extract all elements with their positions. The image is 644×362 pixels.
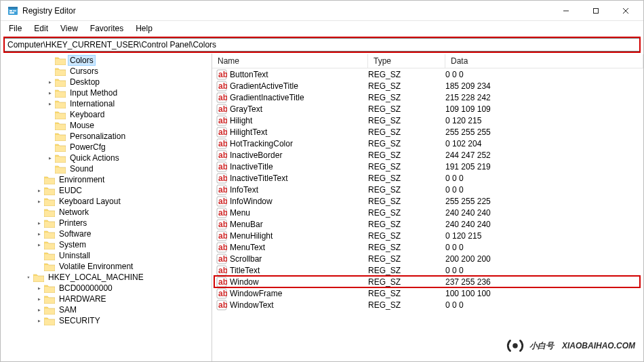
list-row[interactable]: abWindowREG_SZ237 255 236 xyxy=(212,276,643,287)
expand-icon[interactable]: ▶ xyxy=(37,308,42,312)
list-row[interactable]: abMenuTextREG_SZ0 0 0 xyxy=(212,241,643,253)
tree-item[interactable]: ▼HKEY_LOCAL_MACHINE xyxy=(2,272,210,283)
expand-icon[interactable]: ▶ xyxy=(37,199,42,203)
expand-icon[interactable]: ▶ xyxy=(47,80,53,84)
maximize-button[interactable] xyxy=(581,1,611,20)
list-row[interactable]: abHotTrackingColorREG_SZ0 102 204 xyxy=(212,138,643,149)
expand-icon[interactable]: ▼ xyxy=(26,275,31,279)
value-data: 100 100 100 xyxy=(445,289,643,298)
list-row[interactable]: abInactiveBorderREG_SZ244 247 252 xyxy=(212,149,643,161)
value-data: 244 247 252 xyxy=(445,150,643,160)
tree-item[interactable]: Cursors xyxy=(2,66,210,77)
tree-item[interactable]: Volatile Environment xyxy=(2,261,210,272)
value-name: GrayText xyxy=(230,104,368,114)
svg-text:ab: ab xyxy=(218,116,227,125)
value-name: MenuText xyxy=(230,243,368,252)
list-row[interactable]: abGrayTextREG_SZ109 109 109 xyxy=(212,103,643,115)
expand-icon[interactable]: ▶ xyxy=(37,221,42,225)
titlebar[interactable]: Registry Editor xyxy=(1,1,643,21)
list-row[interactable]: abGradientActiveTitleREG_SZ185 209 234 xyxy=(212,80,643,92)
tree-item[interactable]: Environment xyxy=(2,174,210,185)
value-data: 109 109 109 xyxy=(445,104,643,114)
svg-text:ab: ab xyxy=(218,289,227,298)
list-row[interactable]: abButtonTextREG_SZ0 0 0 xyxy=(212,68,643,80)
expand-icon[interactable]: ▶ xyxy=(37,286,42,290)
svg-text:ab: ab xyxy=(218,277,227,287)
column-type[interactable]: Type xyxy=(368,54,445,68)
expand-icon[interactable]: ▶ xyxy=(37,297,42,301)
menu-favorites[interactable]: Favorites xyxy=(85,22,129,35)
expand-icon[interactable]: ▶ xyxy=(37,232,42,236)
list-row[interactable]: abInactiveTitleREG_SZ191 205 219 xyxy=(212,161,643,172)
list-pane[interactable]: Name Type Data abButtonTextREG_SZ0 0 0ab… xyxy=(212,54,643,361)
value-name: Hilight xyxy=(230,116,368,125)
tree-item[interactable]: Network xyxy=(2,207,210,218)
value-data: 215 228 242 xyxy=(445,93,643,102)
registry-editor-window: Registry Editor File Edit View Favorites… xyxy=(0,0,644,362)
menu-view[interactable]: View xyxy=(55,22,83,35)
column-data[interactable]: Data xyxy=(445,54,643,68)
tree-pane[interactable]: ColorsCursors▶Desktop▶Input Method▶Inter… xyxy=(1,54,212,361)
tree-item[interactable]: Colors xyxy=(2,55,210,66)
tree-item[interactable]: ▶BCD00000000 xyxy=(2,283,210,294)
tree-item[interactable]: ▶HARDWARE xyxy=(2,294,210,304)
expand-icon[interactable]: ▶ xyxy=(47,91,53,95)
tree-item[interactable]: ▶System xyxy=(2,239,210,250)
tree-item[interactable]: Sound xyxy=(2,163,210,174)
tree-item[interactable]: Uninstall xyxy=(2,250,210,261)
tree-item[interactable]: PowerCfg xyxy=(2,142,210,153)
tree-item[interactable]: Personalization xyxy=(2,131,210,142)
reg-sz-icon: ab xyxy=(216,92,227,103)
expand-icon[interactable]: ▶ xyxy=(37,188,42,193)
list-row[interactable]: abTitleTextREG_SZ0 0 0 xyxy=(212,264,643,276)
tree-item[interactable]: ▶Quick Actions xyxy=(2,153,210,163)
list-row[interactable]: abMenuBarREG_SZ240 240 240 xyxy=(212,218,643,230)
folder-icon xyxy=(55,56,66,65)
expand-icon[interactable]: ▶ xyxy=(37,243,42,247)
list-row[interactable]: abInfoWindowREG_SZ255 255 225 xyxy=(212,195,643,207)
value-name: InactiveTitle xyxy=(230,162,368,172)
list-row[interactable]: abHilightTextREG_SZ255 255 255 xyxy=(212,126,643,138)
folder-icon xyxy=(44,284,55,293)
value-name: HilightText xyxy=(230,127,368,137)
list-row[interactable]: abGradientInactiveTitleREG_SZ215 228 242 xyxy=(212,92,643,103)
list-row[interactable]: abMenuREG_SZ240 240 240 xyxy=(212,207,643,218)
minimize-button[interactable] xyxy=(551,1,581,20)
folder-icon xyxy=(55,132,66,141)
tree-item[interactable]: ▶Keyboard Layout xyxy=(2,196,210,207)
list-row[interactable]: abHilightREG_SZ0 120 215 xyxy=(212,115,643,126)
list-row[interactable]: abScrollbarREG_SZ200 200 200 xyxy=(212,253,643,264)
tree-item[interactable]: ▶Software xyxy=(2,228,210,239)
menu-edit[interactable]: Edit xyxy=(28,22,54,35)
list-row[interactable]: abWindowTextREG_SZ0 0 0 xyxy=(212,299,643,310)
list-row[interactable]: abMenuHilightREG_SZ0 120 215 xyxy=(212,230,643,241)
tree-item[interactable]: Mouse xyxy=(2,120,210,131)
list-row[interactable]: abInfoTextREG_SZ0 0 0 xyxy=(212,184,643,195)
list-row[interactable]: abInactiveTitleTextREG_SZ0 0 0 xyxy=(212,172,643,184)
tree-item[interactable]: ▶SAM xyxy=(2,304,210,315)
close-button[interactable] xyxy=(611,1,641,20)
tree-item[interactable]: Keyboard xyxy=(2,109,210,120)
value-name: Menu xyxy=(230,208,368,218)
tree-item[interactable]: ▶SECURITY xyxy=(2,315,210,326)
value-type: REG_SZ xyxy=(368,266,445,275)
tree-item[interactable]: ▶Input Method xyxy=(2,87,210,98)
expand-icon[interactable]: ▶ xyxy=(37,319,42,323)
tree-item[interactable]: ▶Desktop xyxy=(2,77,210,87)
tree-item-label: HKEY_LOCAL_MACHINE xyxy=(47,273,145,282)
expand-icon[interactable]: ▶ xyxy=(47,102,53,106)
menu-help[interactable]: Help xyxy=(130,22,158,35)
reg-sz-icon: ab xyxy=(216,161,227,172)
tree-item[interactable]: ▶EUDC xyxy=(2,185,210,196)
reg-sz-icon: ab xyxy=(216,173,227,184)
column-name[interactable]: Name xyxy=(212,54,368,68)
tree-item[interactable]: ▶Printers xyxy=(2,218,210,228)
folder-icon xyxy=(44,176,55,184)
list-row[interactable]: abWindowFrameREG_SZ100 100 100 xyxy=(212,287,643,299)
address-bar[interactable] xyxy=(4,38,640,52)
expand-icon[interactable]: ▶ xyxy=(47,156,53,160)
tree-item[interactable]: ▶International xyxy=(2,98,210,109)
reg-sz-icon: ab xyxy=(216,242,227,253)
value-type: REG_SZ xyxy=(368,81,445,91)
menu-file[interactable]: File xyxy=(3,22,27,35)
